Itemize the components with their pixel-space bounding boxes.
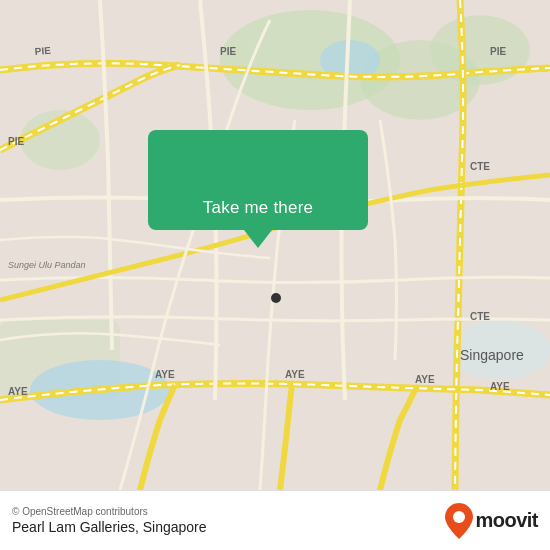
bottom-left-info: © OpenStreetMap contributors Pearl Lam G… — [12, 506, 207, 535]
map-container: PIE PIE PIE PIE CTE CTE AYE AYE AYE AYE … — [0, 0, 550, 490]
moovit-logo-text: moovit — [475, 509, 538, 532]
popup-box[interactable]: Take me there — [148, 130, 368, 230]
svg-text:AYE: AYE — [490, 381, 510, 392]
svg-text:AYE: AYE — [155, 369, 175, 380]
svg-text:PIE: PIE — [8, 136, 24, 147]
svg-text:AYE: AYE — [8, 386, 28, 397]
svg-text:AYE: AYE — [415, 374, 435, 385]
svg-text:PIE: PIE — [34, 45, 51, 57]
location-name: Pearl Lam Galleries, Singapore — [12, 519, 207, 535]
svg-text:CTE: CTE — [470, 161, 490, 172]
moovit-logo: moovit — [445, 503, 538, 539]
svg-text:PIE: PIE — [220, 46, 236, 57]
svg-text:PIE: PIE — [490, 46, 506, 57]
popup-arrow — [244, 230, 272, 248]
bottom-bar: © OpenStreetMap contributors Pearl Lam G… — [0, 490, 550, 550]
copyright-text: © OpenStreetMap contributors — [12, 506, 207, 517]
moovit-pin-icon — [445, 503, 473, 539]
svg-text:CTE: CTE — [470, 311, 490, 322]
svg-point-22 — [271, 293, 281, 303]
take-me-there-button[interactable]: Take me there — [203, 198, 313, 218]
svg-point-23 — [453, 511, 465, 523]
svg-text:AYE: AYE — [285, 369, 305, 380]
svg-text:Sungei Ulu Pandan: Sungei Ulu Pandan — [8, 260, 86, 270]
map-popup: Take me there — [148, 130, 368, 248]
svg-text:Singapore: Singapore — [460, 347, 524, 363]
